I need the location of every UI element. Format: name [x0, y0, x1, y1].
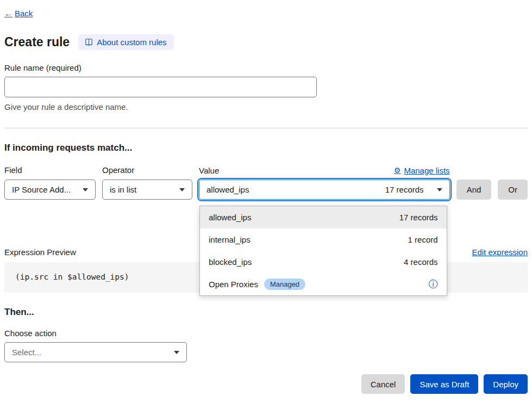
manage-lists-label: Manage lists [404, 166, 449, 175]
and-button[interactable]: And [456, 180, 492, 200]
chevron-down-icon [174, 351, 179, 354]
value-select-records: 17 records [385, 185, 424, 194]
managed-badge: Managed [264, 279, 305, 290]
chevron-down-icon [179, 188, 185, 191]
book-icon [85, 39, 92, 46]
save-as-draft-button[interactable]: Save as Draft [410, 374, 478, 394]
or-button[interactable]: Or [498, 180, 528, 200]
then-section-heading: Then... [4, 307, 528, 318]
section-divider [4, 128, 528, 128]
action-select[interactable]: Select... [4, 342, 187, 362]
back-link[interactable]: ← Back [4, 9, 33, 18]
about-custom-rules-label: About custom rules [97, 38, 166, 47]
operator-select-value: is in list [110, 185, 136, 194]
value-column: Value ⚙ Manage lists allowed_ips 17 reco… [199, 165, 450, 200]
cancel-button[interactable]: Cancel [361, 374, 405, 394]
choose-action-label: Choose action [4, 329, 528, 338]
list-item-name-group: Open Proxies Managed [209, 279, 305, 290]
value-select[interactable]: allowed_ips 17 records [199, 180, 450, 200]
rule-name-label: Rule name (required) [4, 63, 528, 72]
value-header: Value ⚙ Manage lists [199, 165, 450, 175]
list-item-meta: 1 record [408, 235, 438, 244]
operator-select[interactable]: is in list [102, 180, 192, 200]
chevron-down-icon [437, 188, 442, 191]
list-dropdown: allowed_ips 17 records internal_ips 1 re… [199, 206, 447, 296]
match-builder-row: Field IP Source Add... Operator is in li… [4, 165, 528, 200]
back-arrow-icon: ← [4, 9, 12, 18]
field-label: Field [4, 165, 96, 175]
chevron-down-icon [83, 188, 88, 191]
list-item-blocked-ips[interactable]: blocked_ips 4 records [200, 251, 447, 273]
create-rule-page: ← Back Create rule About custom rules Ru… [0, 0, 532, 394]
footer-actions: Cancel Save as Draft Deploy [4, 374, 528, 394]
rule-name-helper: Give your rule a descriptive name. [4, 102, 528, 112]
operator-column: Operator is in list [102, 165, 192, 200]
list-item-meta: 17 records [399, 213, 438, 222]
action-select-placeholder: Select... [12, 348, 41, 357]
expression-preview-label: Expression Preview [4, 248, 76, 257]
list-item-name: allowed_ips [209, 213, 251, 222]
list-item-name: internal_ips [209, 235, 251, 244]
value-label: Value [199, 166, 219, 175]
field-column: Field IP Source Add... [4, 165, 96, 200]
manage-lists-link[interactable]: ⚙ Manage lists [394, 166, 450, 175]
deploy-button[interactable]: Deploy [484, 374, 528, 394]
back-link-label: Back [15, 9, 33, 18]
match-section-heading: If incoming requests match... [4, 143, 528, 153]
list-item-internal-ips[interactable]: internal_ips 1 record [200, 228, 447, 251]
list-item-open-proxies[interactable]: Open Proxies Managed ⓘ [200, 273, 447, 295]
about-custom-rules-link[interactable]: About custom rules [78, 34, 173, 50]
list-item-name: Open Proxies [209, 280, 258, 289]
operator-label: Operator [102, 165, 192, 175]
edit-expression-link[interactable]: Edit expression [472, 248, 528, 257]
list-item-meta: 4 records [404, 257, 438, 267]
value-select-value: allowed_ips [206, 185, 249, 194]
rule-name-input[interactable] [4, 77, 317, 97]
list-item-name: blocked_ips [209, 257, 252, 267]
field-select[interactable]: IP Source Add... [4, 180, 96, 200]
list-item-allowed-ips[interactable]: allowed_ips 17 records [200, 206, 447, 228]
info-icon[interactable]: ⓘ [429, 280, 438, 289]
field-select-value: IP Source Add... [12, 185, 71, 194]
page-title: Create rule [4, 35, 70, 50]
title-row: Create rule About custom rules [4, 34, 528, 50]
gear-icon: ⚙ [394, 166, 401, 175]
